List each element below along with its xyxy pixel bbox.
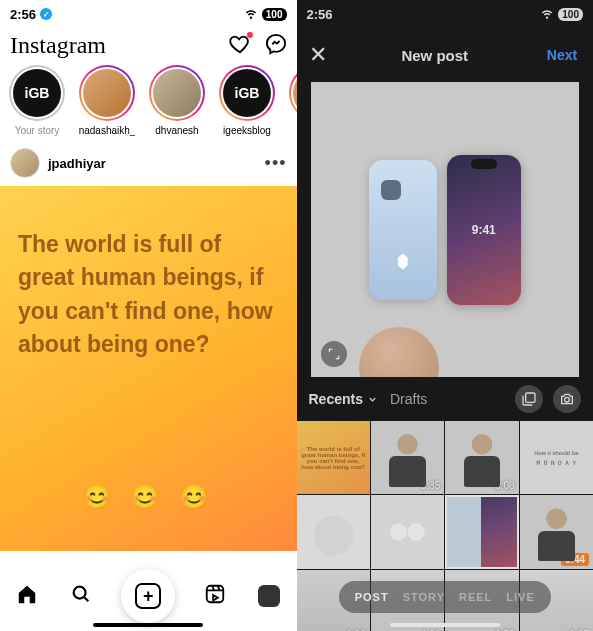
story-ring xyxy=(149,65,205,121)
gallery-thumb[interactable]: 0:08 xyxy=(445,421,518,494)
gallery-thumb[interactable]: 0:44 xyxy=(520,495,593,568)
gallery-thumb[interactable] xyxy=(371,495,444,568)
stories-tray[interactable]: iGB Your story nadashaikh_ dhvanesh iGB … xyxy=(0,65,297,140)
segment-post[interactable]: POST xyxy=(355,591,389,603)
bottom-tab-bar: + xyxy=(0,561,297,631)
reels-tab-icon[interactable] xyxy=(204,583,226,609)
status-bar: 2:56 ✓ 100 xyxy=(0,0,297,28)
segment-story[interactable]: STORY xyxy=(403,591,445,603)
story-item[interactable]: _sac xyxy=(286,65,297,136)
wifi-icon xyxy=(540,6,554,23)
new-post-header: ✕ New post Next xyxy=(297,28,594,82)
post-more-icon[interactable]: ••• xyxy=(265,153,287,174)
verification-badge-icon: ✓ xyxy=(40,8,52,20)
video-duration: 0:35 xyxy=(421,480,440,491)
preview-phone-clock: 9:41 xyxy=(472,223,496,237)
new-post-screen: 2:56 100 ✕ New post Next 9:41 xyxy=(297,0,594,631)
battery-level: 100 xyxy=(262,8,287,21)
gallery-thumb[interactable] xyxy=(297,495,370,568)
story-ring xyxy=(289,65,297,121)
wifi-icon xyxy=(244,6,258,23)
gallery-thumb[interactable] xyxy=(445,495,518,568)
post-emoji-row: 😊 😊 😊 xyxy=(0,483,297,511)
new-post-title: New post xyxy=(401,47,468,64)
gallery-thumb[interactable]: 0:35 xyxy=(371,421,444,494)
status-bar: 2:56 100 xyxy=(297,0,594,28)
post-author-username[interactable]: jpadhiyar xyxy=(48,156,106,171)
thumb-text: How it should be xyxy=(534,450,578,456)
segment-live[interactable]: LIVE xyxy=(506,591,534,603)
profile-tab-icon[interactable] xyxy=(258,585,280,607)
story-item[interactable]: iGB igeeksblog xyxy=(216,65,278,136)
feed-screen: 2:56 ✓ 100 Instagram xyxy=(0,0,297,631)
home-tab-icon[interactable] xyxy=(16,583,38,609)
svg-point-3 xyxy=(565,397,570,402)
story-label: dhvanesh xyxy=(155,125,198,136)
battery-level: 100 xyxy=(558,8,583,21)
gallery-thumb[interactable]: How it should beM O N D A Y xyxy=(520,421,593,494)
story-item[interactable]: nadashaikh_ xyxy=(76,65,138,136)
thumb-text: The world is full of great human beings,… xyxy=(301,446,366,470)
media-preview[interactable]: 9:41 xyxy=(311,82,580,377)
album-selector[interactable]: Recents xyxy=(309,391,378,407)
chevron-down-icon xyxy=(367,394,378,405)
story-ring: iGB xyxy=(9,65,65,121)
drafts-tab[interactable]: Drafts xyxy=(390,391,427,407)
story-label: Your story xyxy=(15,125,60,136)
notification-dot-icon xyxy=(247,32,253,38)
story-label: igeeksblog xyxy=(223,125,271,136)
story-ring xyxy=(79,65,135,121)
video-duration: 0:08 xyxy=(495,480,514,491)
post-caption-text: The world is full of great human beings,… xyxy=(18,228,279,361)
expand-crop-icon[interactable] xyxy=(321,341,347,367)
story-ring: iGB xyxy=(219,65,275,121)
segment-reel[interactable]: REEL xyxy=(459,591,492,603)
svg-point-0 xyxy=(74,587,86,599)
status-time: 2:56 xyxy=(10,7,36,22)
album-selector-label: Recents xyxy=(309,391,363,407)
story-avatar: iGB xyxy=(13,69,61,117)
next-button[interactable]: Next xyxy=(543,36,581,74)
activity-icon[interactable] xyxy=(229,33,251,59)
app-header: Instagram xyxy=(0,28,297,65)
preview-phone-front: 9:41 xyxy=(447,155,521,305)
preview-hand xyxy=(359,327,439,377)
search-tab-icon[interactable] xyxy=(70,583,92,609)
story-label: nadashaikh_ xyxy=(79,125,136,136)
instagram-logo[interactable]: Instagram xyxy=(10,32,106,59)
gallery-thumb[interactable]: The world is full of great human beings,… xyxy=(297,421,370,494)
svg-rect-2 xyxy=(526,393,535,402)
close-icon[interactable]: ✕ xyxy=(309,42,327,68)
story-avatar xyxy=(83,69,131,117)
post-image[interactable]: The world is full of great human beings,… xyxy=(0,186,297,551)
post-author-avatar[interactable] xyxy=(10,148,40,178)
story-avatar xyxy=(153,69,201,117)
video-duration: 0:44 xyxy=(561,553,589,566)
status-time: 2:56 xyxy=(307,7,333,22)
open-camera-icon[interactable] xyxy=(553,385,581,413)
select-multiple-icon[interactable] xyxy=(515,385,543,413)
album-picker-bar: Recents Drafts xyxy=(297,377,594,421)
home-indicator xyxy=(93,623,203,627)
create-post-button[interactable]: + xyxy=(124,572,172,620)
post-type-segmented[interactable]: POSTSTORYREELLIVE xyxy=(339,581,551,613)
preview-phone-back xyxy=(369,160,437,300)
story-item[interactable]: iGB Your story xyxy=(6,65,68,136)
home-indicator xyxy=(390,623,500,627)
post-header: jpadhiyar ••• xyxy=(0,140,297,186)
messenger-icon[interactable] xyxy=(265,33,287,59)
plus-square-icon: + xyxy=(135,583,161,609)
story-avatar: iGB xyxy=(223,69,271,117)
story-item[interactable]: dhvanesh xyxy=(146,65,208,136)
